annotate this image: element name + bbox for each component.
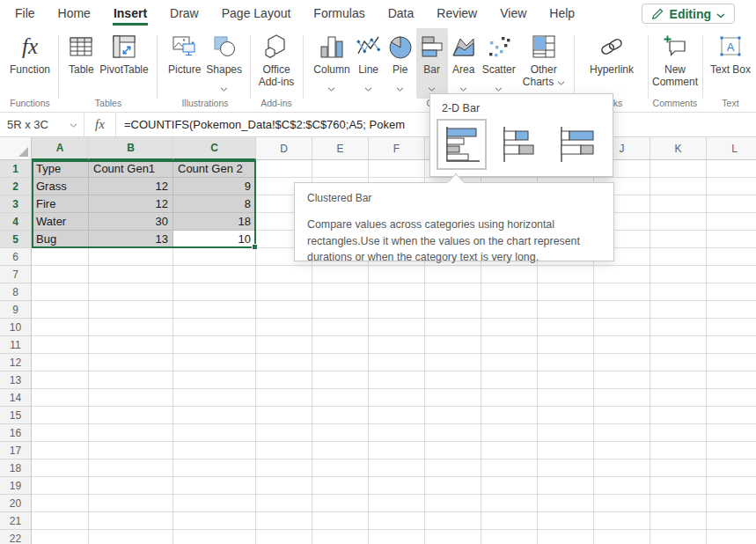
new-comment-button[interactable]: New Comment [650,28,701,89]
cell-A3[interactable]: Fire [32,195,89,213]
column-header-C[interactable]: C [173,137,256,160]
cell-B5[interactable]: 13 [89,231,173,248]
cell-B3[interactable]: 12 [89,195,173,213]
chevron-down-icon [220,79,228,95]
select-all-triangle-icon [18,147,28,157]
stacked-bar-100-option[interactable] [551,119,601,170]
pie-chart-button[interactable]: Pie [385,28,416,95]
row-header-16[interactable]: 16 [0,424,32,442]
row-header-12[interactable]: 12 [0,354,32,371]
tab-formulas[interactable]: Formulas [302,0,376,26]
name-box[interactable]: 5R x 3C [0,113,84,136]
bar-chart-dropdown: 2-D Bar [429,93,613,177]
function-button[interactable]: fx Function [7,28,53,76]
row-header-8[interactable]: 8 [0,283,32,301]
scatter-chart-button[interactable]: Scatter [480,28,518,95]
grid-line [32,495,756,512]
column-header-L[interactable]: L [707,137,756,160]
pivottable-button[interactable]: PivotTable [97,28,150,76]
cell-C3[interactable]: 8 [173,195,256,213]
menu-bar: File Home Insert Draw Page Layout Formul… [0,0,756,26]
column-header-B[interactable]: B [89,137,173,160]
tab-data[interactable]: Data [377,0,426,26]
cell-B2[interactable]: 12 [89,178,173,195]
text-box-button[interactable]: A Text Box [706,28,755,76]
cell-A1[interactable]: Type [32,160,89,178]
cell-B1[interactable]: Count Gen1 [89,160,173,178]
editing-mode-button[interactable]: Editing [642,4,735,24]
grid-line [32,266,756,283]
stacked-bar-option[interactable] [494,119,544,170]
hyperlink-button[interactable]: Hyperlink [587,28,636,76]
cell-C1[interactable]: Count Gen 2 [173,160,256,178]
row-header-18[interactable]: 18 [0,459,32,477]
row-header-10[interactable]: 10 [0,319,32,336]
grid-line [32,371,756,389]
stacked-bar-100-icon [555,125,597,164]
formula-bar: 5R x 3C fx =COUNTIFS(Pokemon_Data!$C$2:$… [0,113,756,137]
tab-home[interactable]: Home [47,0,102,26]
tab-review[interactable]: Review [425,0,488,26]
ribbon-divider [157,35,158,99]
column-header-K[interactable]: K [650,137,707,160]
office-addins-button[interactable]: Office Add-ins [252,28,301,89]
tab-help[interactable]: Help [538,0,586,26]
row-header-22[interactable]: 22 [0,530,32,544]
row-header-1[interactable]: 1 [0,160,32,178]
row-header-20[interactable]: 20 [0,495,32,512]
grid-line [32,319,756,336]
bar-chart-icon [419,32,445,62]
row-header-14[interactable]: 14 [0,389,32,407]
column-header-F[interactable]: F [369,137,425,160]
column-header-A[interactable]: A [32,137,89,160]
row-header-11[interactable]: 11 [0,336,32,354]
tab-insert[interactable]: Insert [102,0,158,26]
row-header-3[interactable]: 3 [0,195,32,213]
bar-chart-button[interactable]: Bar [416,28,448,99]
tooltip-title: Clustered Bar [307,192,601,204]
grid-line [32,530,756,544]
grid-line [32,459,756,477]
cell-C4[interactable]: 18 [173,213,256,231]
column-header-D[interactable]: D [256,137,312,160]
row-header-17[interactable]: 17 [0,442,32,459]
area-chart-button[interactable]: Area [448,28,480,95]
shapes-button[interactable]: Shapes [203,28,245,95]
line-chart-icon [356,32,382,62]
row-header-5[interactable]: 5 [0,231,32,248]
other-charts-button[interactable]: Other Charts [518,28,569,89]
cell-A5[interactable]: Bug [32,231,89,248]
tab-view[interactable]: View [488,0,538,26]
column-header-E[interactable]: E [312,137,369,160]
clustered-bar-option[interactable] [437,119,487,170]
clustered-bar-tooltip: Clustered Bar Compare values across cate… [294,182,614,261]
column-chart-icon [319,32,345,62]
picture-button[interactable]: Picture [165,28,203,76]
cell-A2[interactable]: Grass [32,178,89,195]
row-header-2[interactable]: 2 [0,178,32,195]
row-header-15[interactable]: 15 [0,407,32,424]
chevron-down-icon [70,123,77,128]
pivottable-icon [111,32,137,62]
table-button[interactable]: Table [65,28,97,76]
row-header-21[interactable]: 21 [0,512,32,530]
row-header-4[interactable]: 4 [0,213,32,231]
select-all-button[interactable] [0,137,32,160]
picture-icon [172,32,198,62]
line-chart-button[interactable]: Line [353,28,385,95]
row-header-7[interactable]: 7 [0,266,32,283]
column-chart-button[interactable]: Column [311,28,352,95]
cell-B4[interactable]: 30 [89,213,173,231]
cell-C5[interactable]: 10 [173,231,256,248]
row-header-19[interactable]: 19 [0,477,32,495]
row-header-6[interactable]: 6 [0,248,32,266]
row-header-13[interactable]: 13 [0,371,32,389]
cell-C2[interactable]: 9 [173,178,256,195]
tab-file[interactable]: File [4,0,47,26]
cell-A4[interactable]: Water [32,213,89,231]
insert-function-button[interactable]: fx [84,113,116,136]
row-header-9[interactable]: 9 [0,301,32,319]
tab-draw[interactable]: Draw [158,0,210,26]
ribbon-divider [303,35,304,99]
tab-page-layout[interactable]: Page Layout [210,0,303,26]
